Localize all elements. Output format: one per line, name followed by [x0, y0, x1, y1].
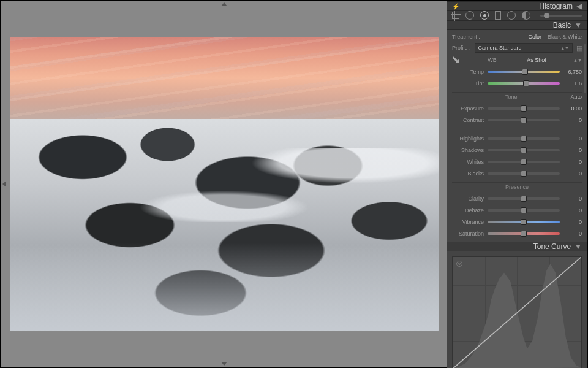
- whites-slider-row: Whites 0: [452, 158, 582, 166]
- eyedropper-icon[interactable]: [450, 54, 462, 66]
- tone-curve-title: Tone Curve: [533, 242, 571, 251]
- profile-dropdown[interactable]: Camera Standard ▲▼: [475, 43, 573, 53]
- tone-curve-graph[interactable]: [452, 256, 582, 368]
- adjustment-brush-icon[interactable]: [522, 11, 530, 20]
- auto-button[interactable]: Auto: [570, 94, 582, 100]
- contrast-slider[interactable]: [488, 119, 560, 121]
- tint-slider-row: Tint + 6: [452, 79, 582, 88]
- dehaze-slider-row: Dehaze 0: [452, 206, 582, 215]
- blacks-slider[interactable]: [488, 172, 560, 175]
- saturation-slider-row: Saturation 0: [452, 229, 582, 238]
- contrast-label: Contrast: [452, 117, 484, 123]
- temp-slider-row: Temp 6,750: [452, 67, 582, 76]
- wb-preset[interactable]: As Shot: [527, 57, 546, 63]
- vibrance-slider-row: Vibrance 0: [452, 218, 582, 226]
- highlights-slider[interactable]: [488, 137, 560, 140]
- vibrance-value[interactable]: 0: [564, 219, 582, 225]
- vibrance-label: Vibrance: [452, 219, 484, 225]
- redeye-tool-icon[interactable]: [480, 11, 489, 20]
- develop-panel: ⚡ Histogram◀ Basic▼ Treatment : Color Bl…: [447, 1, 587, 367]
- whites-label: Whites: [452, 159, 484, 165]
- histogram-title: Histogram: [539, 2, 573, 10]
- exposure-value[interactable]: 0.00: [564, 105, 582, 112]
- temp-label: Temp: [452, 69, 484, 75]
- treatment-label: Treatment :: [452, 34, 480, 40]
- wb-label: WB :: [488, 57, 500, 63]
- tint-value[interactable]: + 6: [564, 80, 582, 86]
- clarity-label: Clarity: [452, 196, 484, 202]
- caret-left-icon: ◀: [576, 2, 582, 10]
- tint-slider[interactable]: [488, 82, 560, 85]
- blacks-label: Blacks: [452, 171, 484, 177]
- whites-value[interactable]: 0: [564, 159, 582, 165]
- tint-label: Tint: [452, 80, 484, 86]
- whites-slider[interactable]: [488, 161, 560, 163]
- photo-preview[interactable]: [10, 37, 439, 331]
- highlights-value[interactable]: 0: [564, 136, 582, 142]
- caret-down-icon: ▼: [575, 242, 582, 251]
- panel-scrollbar[interactable]: [584, 44, 586, 93]
- crop-tool-icon[interactable]: [452, 12, 459, 19]
- tool-strip: [447, 11, 587, 20]
- image-canvas[interactable]: [1, 1, 447, 367]
- radial-filter-icon[interactable]: [507, 11, 516, 20]
- exposure-slider-row: Exposure 0.00: [452, 104, 582, 113]
- clarity-slider-row: Clarity 0: [452, 194, 582, 203]
- clarity-value[interactable]: 0: [564, 196, 582, 202]
- basic-header[interactable]: Basic▼: [447, 20, 587, 30]
- chevron-updown-icon: ▲▼: [560, 46, 569, 50]
- bolt-icon: ⚡: [452, 3, 459, 10]
- exposure-label: Exposure: [452, 105, 484, 112]
- highlights-label: Highlights: [452, 136, 484, 142]
- spot-tool-icon[interactable]: [466, 11, 474, 20]
- highlights-slider-row: Highlights 0: [452, 134, 582, 143]
- shadows-label: Shadows: [452, 147, 484, 153]
- treatment-row: Treatment : Color Black & White: [452, 34, 582, 40]
- chevron-updown-icon[interactable]: ▲▼: [573, 58, 582, 63]
- shadows-slider[interactable]: [488, 149, 560, 151]
- dehaze-value[interactable]: 0: [564, 207, 582, 213]
- shadows-value[interactable]: 0: [564, 147, 582, 153]
- wb-row: WB : As Shot ▲▼: [452, 56, 582, 64]
- blacks-slider-row: Blacks 0: [452, 169, 582, 178]
- basic-panel-body: Treatment : Color Black & White Profile …: [447, 30, 587, 242]
- caret-down-icon: ▼: [575, 21, 582, 29]
- collapse-top-icon[interactable]: [221, 2, 227, 6]
- collapse-bottom-icon[interactable]: [221, 362, 227, 366]
- temp-slider[interactable]: [488, 71, 560, 73]
- exposure-slider[interactable]: [488, 107, 560, 110]
- profile-label: Profile :: [452, 45, 471, 51]
- dehaze-label: Dehaze: [452, 207, 484, 213]
- profile-value: Camera Standard: [478, 45, 522, 51]
- dehaze-slider[interactable]: [488, 209, 560, 212]
- saturation-slider[interactable]: [488, 232, 560, 235]
- presence-label: Presence: [452, 184, 582, 190]
- tone-curve-header[interactable]: Tone Curve▼: [447, 242, 587, 251]
- blacks-value[interactable]: 0: [564, 171, 582, 177]
- tone-curve-body: Region: [447, 251, 587, 368]
- saturation-label: Saturation: [452, 231, 484, 237]
- saturation-value[interactable]: 0: [564, 231, 582, 237]
- temp-value[interactable]: 6,750: [564, 69, 582, 75]
- tone-label: Tone: [452, 94, 570, 100]
- contrast-value[interactable]: 0: [564, 117, 582, 123]
- histogram-header[interactable]: ⚡ Histogram◀: [447, 1, 587, 11]
- treatment-color[interactable]: Color: [528, 34, 541, 40]
- tone-subheader: ToneAuto: [452, 92, 582, 101]
- collapse-left-icon[interactable]: [2, 181, 6, 187]
- shadows-slider-row: Shadows 0: [452, 146, 582, 155]
- profile-row: Profile : Camera Standard ▲▼ ▦: [452, 43, 582, 53]
- clarity-slider[interactable]: [488, 197, 560, 200]
- basic-title: Basic: [553, 21, 571, 29]
- graduated-filter-icon[interactable]: [495, 11, 501, 20]
- presence-subheader: Presence: [452, 182, 582, 191]
- contrast-slider-row: Contrast 0: [452, 116, 582, 125]
- treatment-bw[interactable]: Black & White: [548, 34, 582, 40]
- profile-browser-icon[interactable]: ▦: [576, 44, 582, 52]
- vibrance-slider[interactable]: [488, 221, 560, 223]
- mask-slider[interactable]: [540, 15, 582, 17]
